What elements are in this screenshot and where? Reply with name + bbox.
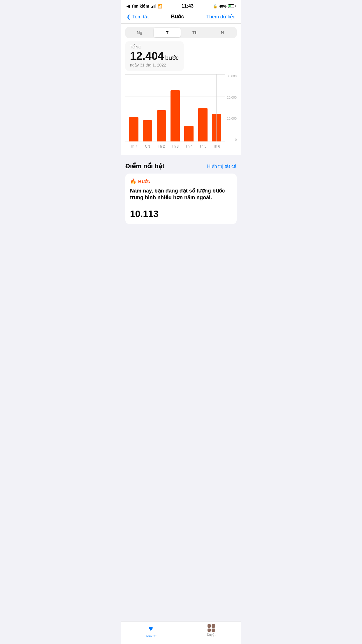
section-divider [121,155,241,158]
period-tabs-container: Ng T Th N [121,24,241,41]
tooltip-box: TỔNG 12.404 bước ngày 31 thg 1, 2022 [125,41,184,71]
period-tab-group: Ng T Th N [125,27,237,38]
status-right: 🔒 40% [213,4,236,8]
chart-section: TỔNG 12.404 bước ngày 31 thg 1, 2022 30.… [121,41,241,155]
bar-group-th5[interactable]: Th 5 [196,74,210,141]
highlight-card-label: Bước [138,179,150,184]
highlights-header: Điểm nổi bật Hiển thị tất cả [125,162,237,170]
battery-percent: 40% [219,4,226,8]
bar-th2 [157,110,166,141]
carrier-label: Tìm kiếm [131,4,149,8]
highlight-card: 🔥 Bước Năm nay, bạn đang đạt số lượng bư… [125,174,237,224]
y-label-30000: 30.000 [225,74,237,78]
status-bar: ◀ Tìm kiếm 📶 11:43 🔒 40% [121,0,241,10]
signal-icon [151,4,156,8]
bar-group-th6[interactable]: Th 6 [210,74,224,141]
bar-th4 [184,126,194,141]
tooltip-date: ngày 31 thg 1, 2022 [130,63,179,67]
bar-th7 [129,117,138,141]
add-data-button[interactable]: Thêm dữ liệu [206,14,236,20]
battery-icon [228,4,236,8]
highlight-number: 10.113 [130,209,232,219]
highlight-card-divider [130,205,232,205]
highlights-title: Điểm nổi bật [125,162,164,170]
y-label-0: 0 [225,138,237,141]
bar-th5 [198,108,208,141]
show-all-button[interactable]: Hiển thị tất cả [207,164,237,169]
wifi-icon: 📶 [157,4,162,8]
selected-line [217,74,217,141]
page-title: Bước [171,13,184,20]
bar-label-th3: Th 3 [172,144,179,148]
back-button[interactable]: ❮ Tóm tắt [126,14,149,20]
back-label: Tóm tắt [132,14,149,20]
highlight-card-text: Năm nay, bạn đang đạt số lượng bước trun… [130,188,232,201]
bar-cn [143,120,152,141]
bar-label-th5: Th 5 [199,144,206,148]
lock-icon: 🔒 [213,4,217,8]
tab-n[interactable]: N [209,28,236,37]
bar-label-cn: CN [145,144,150,148]
bar-group-th7[interactable]: Th 7 [127,74,140,141]
bars-container: Th 7CNTh 2Th 3Th 4Th 5Th 6 [125,74,225,141]
bar-label-th4: Th 4 [185,144,192,148]
bar-group-th2[interactable]: Th 2 [154,74,168,141]
tab-t[interactable]: T [154,28,181,37]
status-left: ◀ Tìm kiếm 📶 [126,4,162,8]
back-arrow-icon: ◀ [126,4,130,8]
bar-th3 [171,90,180,141]
chart-y-labels: 30.000 20.000 10.000 0 [225,74,237,141]
fire-icon: 🔥 [130,178,136,185]
tooltip-value: 12.404 [130,50,164,62]
tooltip-unit: bước [165,55,179,61]
tooltip-label: TỔNG [130,45,179,49]
chevron-left-icon: ❮ [126,14,131,20]
y-label-20000: 20.000 [225,96,237,99]
bar-label-th6: Th 6 [213,144,220,148]
bar-group-th3[interactable]: Th 3 [168,74,182,141]
bar-label-th2: Th 2 [158,144,165,148]
nav-bar: ❮ Tóm tắt Bước Thêm dữ liệu [121,10,241,24]
tab-ng[interactable]: Ng [126,28,153,37]
status-time: 11:43 [182,4,194,9]
highlights-section: Điểm nổi bật Hiển thị tất cả 🔥 Bước Năm … [121,158,241,224]
bar-group-cn[interactable]: CN [140,74,154,141]
y-label-10000: 10.000 [225,117,237,120]
bar-chart: 30.000 20.000 10.000 0 Th 7CNTh 2Th 3Th … [125,74,237,150]
tooltip-value-line: 12.404 bước [130,50,179,62]
bar-group-th4[interactable]: Th 4 [182,74,196,141]
highlight-card-header: 🔥 Bước [130,178,232,185]
tab-th[interactable]: Th [181,28,208,37]
bar-label-th7: Th 7 [130,144,137,148]
